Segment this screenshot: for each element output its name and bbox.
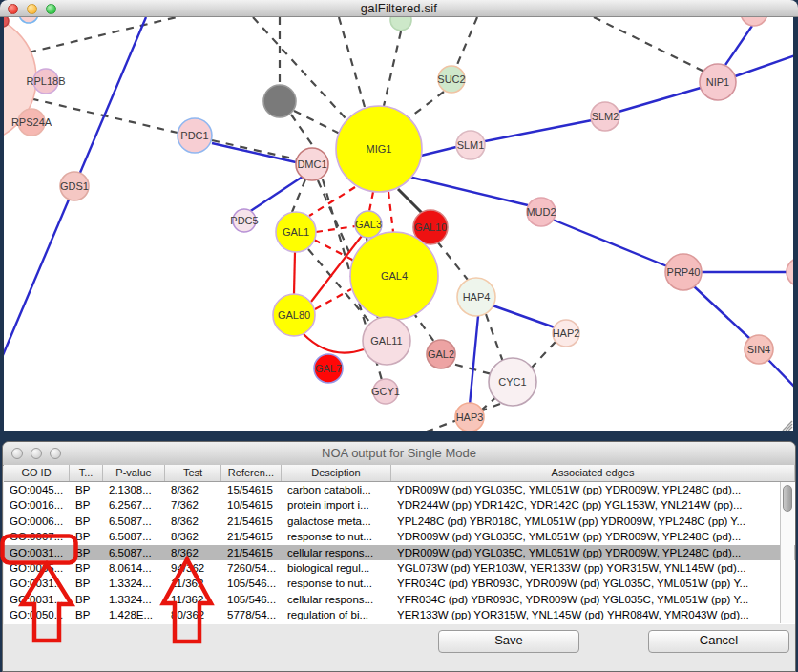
edge[interactable] (384, 32, 401, 106)
edge[interactable] (532, 342, 556, 368)
node-HAP2[interactable]: HAP2 (553, 320, 580, 346)
edge[interactable] (315, 289, 351, 309)
edge[interactable] (388, 192, 393, 232)
column-header-go-id[interactable]: GO ID (4, 465, 70, 481)
edge[interactable] (369, 192, 373, 211)
node-GAL4[interactable]: GAL4 (350, 232, 438, 320)
column-header-p-value[interactable]: P-value (103, 465, 165, 481)
edge[interactable] (409, 92, 444, 118)
node-PDC1[interactable]: PDC1 (178, 118, 212, 153)
node-GCY1[interactable]: GCY1 (371, 379, 400, 404)
network-titlebar[interactable]: galFiltered.sif (0, 0, 798, 17)
column-header-referen[interactable]: Referen... (221, 465, 282, 481)
edge[interactable] (212, 143, 296, 162)
column-header-associated-edges[interactable]: Associated edges (391, 465, 795, 481)
column-header-test[interactable]: Test (165, 465, 221, 481)
node-HAP4[interactable]: HAP4 (457, 278, 495, 316)
node-node-fragment-topleft[interactable] (19, 17, 38, 23)
node-HAP3[interactable]: HAP3 (455, 403, 484, 431)
column-header-t[interactable]: T... (70, 465, 103, 481)
node-GAL2[interactable]: GAL2 (427, 340, 455, 368)
node-DMC1[interactable]: DMC1 (296, 148, 328, 180)
edge[interactable] (304, 334, 364, 353)
save-button[interactable]: Save (438, 630, 579, 653)
network-graph[interactable]: RPL18BRPS24AGDS1PDC1DMC1MIG1SUC2SLM1SLM2… (4, 17, 793, 431)
node-GAL11[interactable]: GAL11 (363, 317, 410, 365)
cell-p-value: 1.428E... (103, 607, 165, 622)
table-row[interactable]: GO:0031...BP1.3324...11/362105/546...cel… (4, 592, 795, 607)
cell-test: 8/362 (165, 514, 221, 529)
node-SLM1[interactable]: SLM1 (456, 131, 485, 159)
node-node-fragment-MS[interactable]: MS (787, 258, 793, 286)
edge[interactable] (493, 305, 555, 327)
node-PDC5[interactable]: PDC5 (230, 209, 258, 232)
node-SLM2[interactable]: SLM2 (591, 102, 620, 131)
edge[interactable] (294, 252, 295, 294)
node-node-gray[interactable] (263, 85, 296, 117)
table-row[interactable]: GO:0065...BP8.0614...94/3627260/54...bio… (4, 560, 795, 576)
node-SUC2[interactable]: SUC2 (437, 66, 465, 93)
resize-grip[interactable] (783, 421, 792, 430)
node-NIP1[interactable]: NIP1 (700, 64, 736, 100)
node-SIN4[interactable]: SIN4 (745, 335, 773, 364)
network-nodes[interactable]: RPL18BRPS24AGDS1PDC1DMC1MIG1SUC2SLM1SLM2… (4, 17, 793, 431)
column-header-desciption[interactable]: Desciption (282, 465, 391, 481)
cell-description: galactose meta... (282, 514, 391, 529)
cell-type: BP (70, 607, 103, 622)
node-node-fragment-topright[interactable] (741, 17, 767, 26)
table-row[interactable]: GO:0045...BP2.1308...8/36215/54615carbon… (4, 482, 795, 497)
table-row[interactable]: GO:0006...BP6.5087...8/36221/54615galact… (4, 514, 795, 529)
edge[interactable] (409, 177, 528, 205)
table-row[interactable]: GO:0007...BP6.5087...8/36221/54615respon… (4, 529, 795, 544)
table-row[interactable]: GO:0031...BP6.5087...8/36221/54615cellul… (4, 545, 795, 560)
node-node-fragment-green-top[interactable] (390, 17, 411, 31)
edge[interactable] (486, 314, 503, 362)
table-row[interactable]: GO:0050...BP1.428E...80/3625778/54...reg… (4, 607, 795, 622)
edge[interactable] (339, 17, 365, 107)
network-edges (4, 17, 793, 431)
network-canvas[interactable]: RPL18BRPS24AGDS1PDC1DMC1MIG1SUC2SLM1SLM2… (4, 17, 793, 431)
scrollbar-thumb[interactable] (783, 485, 792, 512)
cell-reference: 105/546... (221, 576, 282, 591)
edge[interactable] (421, 147, 456, 156)
edge[interactable] (725, 26, 752, 65)
table-row[interactable]: GO:0031...BP1.3324...11/362105/546...res… (4, 576, 795, 591)
cell-p-value: 6.5087... (103, 514, 165, 529)
table-header-row[interactable]: GO IDT...P-valueTestReferen...Desciption… (4, 465, 795, 482)
node-GAL1[interactable]: GAL1 (276, 212, 316, 252)
node-GAL3[interactable]: GAL3 (355, 211, 382, 238)
node-PRP40[interactable]: PRP40 (665, 254, 702, 290)
vertical-scrollbar[interactable] (780, 482, 794, 623)
edge[interactable] (398, 189, 423, 214)
node-CYC1[interactable]: CYC1 (489, 358, 536, 406)
edge[interactable] (292, 179, 305, 212)
edge[interactable] (594, 17, 706, 73)
noa-output-window: NOA output for Single Mode GO IDT...P-va… (2, 441, 796, 672)
edge[interactable] (456, 17, 477, 67)
edge[interactable] (437, 242, 468, 280)
edge[interactable] (212, 140, 297, 159)
edge[interactable] (470, 316, 478, 405)
edge[interactable] (316, 226, 355, 232)
node-MUD2[interactable]: MUD2 (526, 198, 556, 226)
node-GAL7[interactable]: GAL7 (314, 354, 343, 383)
edge[interactable] (768, 360, 793, 390)
cancel-button[interactable]: Cancel (648, 630, 789, 653)
edge[interactable] (29, 17, 177, 52)
node-MIG1[interactable]: MIG1 (336, 106, 422, 192)
edge[interactable] (412, 311, 434, 342)
node-GDS1[interactable]: GDS1 (60, 172, 89, 200)
noa-titlebar[interactable]: NOA output for Single Mode (3, 442, 795, 466)
edge[interactable] (485, 120, 592, 141)
cell-associated-edges: YDR009W (pd) YGL035C, YML051W (pp) YDR00… (391, 545, 795, 560)
cell-test: 11/362 (165, 576, 221, 591)
table-row[interactable]: GO:0016...BP6.2567...7/36210/54615protei… (4, 497, 795, 513)
edge[interactable] (694, 286, 750, 339)
cell-type: BP (70, 592, 103, 607)
edge[interactable] (735, 54, 793, 76)
node-label: GCY1 (371, 386, 400, 397)
edge[interactable] (553, 220, 667, 266)
node-GAL80[interactable]: GAL80 (273, 294, 315, 336)
edge[interactable] (619, 88, 701, 112)
cell-test: 8/362 (165, 529, 221, 544)
